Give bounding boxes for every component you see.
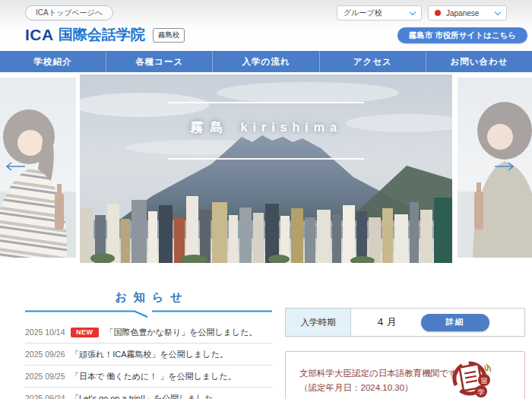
nav-item-school-intro[interactable]: 学校紹介 (0, 51, 106, 72)
seal-char-ryu: 留 (481, 377, 488, 385)
chevron-down-icon (410, 8, 416, 14)
nav-item-contact[interactable]: お問い合わせ (426, 51, 532, 72)
enrollment-period-value: ４月 (375, 315, 398, 329)
news-date: 2025 09/26 (25, 350, 71, 359)
news-date: 2025 09/24 (25, 394, 71, 399)
new-badge: NEW (71, 328, 99, 337)
news-section-title: お知らせ (25, 290, 272, 305)
carousel-slide-current: 霧島 kirishima (80, 74, 452, 263)
header: ICAトップページへ グループ校 Japanese ICA 国際会話学院 霧島校… (0, 0, 532, 51)
language-select-value: Japanese (446, 9, 491, 17)
nav-item-enrollment-flow[interactable]: 入学の流れ (213, 51, 319, 72)
hero-title-jp: 霧島 (190, 120, 230, 135)
logo-name: 国際会話学院 (59, 25, 145, 45)
city-hall-site-button[interactable]: 霧島市 市役所サイトはこちら (397, 27, 527, 43)
news-date: 2025 09/25 (25, 372, 71, 381)
news-title-underline (25, 309, 272, 318)
seal-char-gaku: 学 (478, 388, 485, 396)
nav-item-courses[interactable]: 各種コース (106, 51, 213, 72)
news-text: 「Let's go on a trip!!」を公開しました。 (71, 393, 221, 399)
enrollment-period-label: 入学時期 (286, 309, 351, 336)
nav-item-access[interactable]: アクセス (320, 51, 426, 72)
group-school-select-value: グループ校 (344, 8, 406, 18)
certified-japanese-school-seal-icon: 留 学 (450, 356, 492, 399)
news-text: 「頑張れ！ICA霧島校」を公開しました。 (71, 349, 228, 360)
next-arrow-icon[interactable] (494, 160, 515, 173)
campus-badge: 霧島校 (153, 28, 185, 43)
news-date: 2025 10/14 (25, 328, 71, 337)
hero-divider-top (168, 102, 364, 103)
detail-button[interactable]: 詳細 (421, 314, 489, 331)
news-text: 「国際色豊かな祭り」を公開しました。 (106, 327, 258, 338)
previous-arrow-icon[interactable] (5, 160, 26, 173)
news-item[interactable]: 2025 10/14 NEW 「国際色豊かな祭り」を公開しました。 (25, 321, 272, 344)
japan-flag-icon (435, 10, 441, 16)
certification-date: （認定年月日：2024.10.30） (299, 382, 413, 394)
news-list: 2025 10/14 NEW 「国際色豊かな祭り」を公開しました。 2025 0… (25, 321, 272, 399)
news-item[interactable]: 2025 09/26 「頑張れ！ICA霧島校」を公開しました。 (25, 344, 272, 366)
group-school-select[interactable]: グループ校 (337, 5, 422, 21)
enrollment-period-value-cell: ４月 詳細 (351, 309, 524, 336)
enrollment-period-table: 入学時期 ４月 詳細 (285, 308, 525, 337)
page: ICAトップページへ グループ校 Japanese ICA 国際会話学院 霧島校… (0, 0, 532, 399)
certification-text: 文部科学大臣認定の日本語教育機関です (299, 368, 458, 379)
news-text: 「日本で 働くために！ 」を公開しました。 (71, 371, 236, 382)
news-item[interactable]: 2025 09/25 「日本で 働くために！ 」を公開しました。 (25, 366, 272, 388)
main-content: お知らせ 2025 10/14 NEW 「国際色豊かな祭り」を公開しました。 2… (0, 266, 532, 399)
hero-title-en: kirishima (241, 121, 342, 134)
hero-title: 霧島 kirishima (80, 119, 452, 136)
hero-divider-bottom (168, 158, 364, 160)
news-section: お知らせ 2025 10/14 NEW 「国際色豊かな祭り」を公開しました。 2… (25, 290, 272, 399)
logo-acronym: ICA (25, 26, 54, 44)
language-select[interactable]: Japanese (428, 5, 507, 21)
hero-carousel: 霧島 kirishima (0, 72, 532, 266)
chevron-down-icon (495, 8, 501, 14)
certification-box: 文部科学大臣認定の日本語教育機関です （認定年月日：2024.10.30） 留 … (285, 351, 525, 399)
main-nav: 学校紹介 各種コース 入学の流れ アクセス お問い合わせ (0, 51, 532, 72)
news-item[interactable]: 2025 09/24 「Let's go on a trip!!」を公開しました… (25, 388, 272, 399)
ica-top-page-button[interactable]: ICAトップページへ (25, 5, 113, 21)
site-logo[interactable]: ICA 国際会話学院 霧島校 (25, 25, 185, 45)
